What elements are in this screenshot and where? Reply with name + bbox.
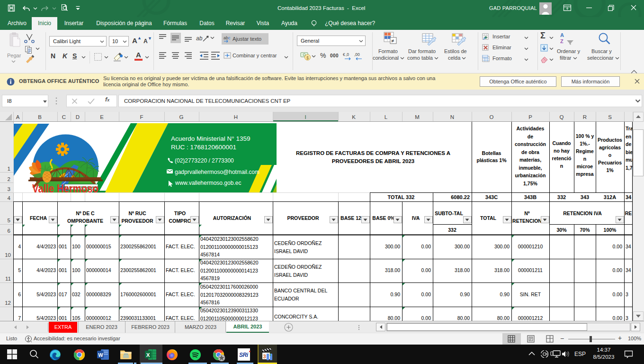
svg-text:IVA: IVA	[412, 215, 420, 221]
svg-text:ISRAEL DAVID: ISRAEL DAVID	[274, 272, 308, 278]
svg-text:332: 332	[557, 194, 566, 200]
svg-text:001: 001	[59, 315, 67, 321]
svg-text:100: 100	[72, 244, 80, 249]
svg-text:H: H	[234, 114, 238, 120]
svg-text:001: 001	[59, 267, 67, 273]
svg-text:000001210: 000001210	[518, 244, 543, 249]
svg-text:343C: 343C	[485, 194, 498, 200]
svg-text:1%: 1%	[606, 167, 614, 173]
svg-text:urbanización: urbanización	[515, 173, 546, 178]
svg-text:300.00: 300.00	[385, 244, 400, 249]
svg-text:34: 34	[626, 244, 631, 249]
svg-text:Actividades: Actividades	[517, 126, 545, 131]
svg-text:050420230117600026000: 050420230117600026000	[200, 284, 258, 290]
svg-text:000008329: 000008329	[86, 291, 111, 297]
svg-text:105: 105	[72, 315, 80, 321]
svg-text:SIN. RET: SIN. RET	[520, 291, 541, 297]
svg-text:SUBTO-TAL: SUBTO-TAL	[435, 210, 463, 216]
svg-text:4567816: 4567816	[200, 300, 220, 305]
svg-text:318.00: 318.00	[494, 267, 510, 273]
svg-text:6080.22: 6080.22	[451, 194, 470, 200]
svg-text:FECHA: FECHA	[30, 215, 47, 221]
svg-text:FACT. ELEC.: FACT. ELEC.	[166, 244, 195, 249]
svg-text:6: 6	[18, 291, 21, 297]
svg-text:O: O	[490, 114, 494, 120]
svg-text:34: 34	[626, 194, 632, 200]
svg-text:BANCO CENTRAL DEL: BANCO CENTRAL DEL	[274, 288, 327, 293]
svg-text:www.vallehermoso.gob.ec: www.vallehermoso.gob.ec	[175, 180, 241, 186]
svg-text:ab: ab	[196, 35, 203, 42]
svg-text:K: K	[352, 114, 356, 120]
svg-text:312A: 312A	[604, 194, 616, 200]
svg-text:ECUADOR: ECUADOR	[274, 296, 299, 301]
svg-text:012017032000008329123: 012017032000008329123	[200, 292, 259, 298]
svg-text:en: en	[626, 134, 631, 139]
svg-text:(02)2773220 / 2773300: (02)2773220 / 2773300	[175, 157, 234, 164]
svg-text:4567814: 4567814	[200, 252, 220, 257]
svg-text:,00: ,00	[354, 52, 360, 57]
svg-text:12: 12	[5, 300, 11, 306]
svg-text:0.90: 0.90	[460, 291, 470, 297]
svg-text:c: c	[228, 36, 231, 40]
svg-text:80.00: 80.00	[497, 315, 510, 321]
svg-text:N: N	[450, 114, 454, 120]
svg-text:0.90: 0.90	[500, 291, 510, 297]
svg-text:3: 3	[8, 186, 10, 192]
svg-text:I: I	[304, 114, 306, 120]
svg-text:TOTAL 332: TOTAL 332	[388, 194, 415, 200]
svg-text:Pecuarios: Pecuarios	[598, 160, 622, 165]
svg-text:1760002600001: 1760002600001	[120, 291, 156, 297]
svg-text:A: A	[16, 114, 20, 120]
svg-text:000000014: 000000014	[86, 267, 111, 273]
svg-text:RUC : 1768120600001: RUC : 1768120600001	[171, 144, 236, 151]
svg-text:X: X	[146, 352, 150, 358]
svg-text:3: 3	[626, 291, 628, 297]
svg-text:REGISTRO DE FACTURAS DE COMPRA: REGISTRO DE FACTURAS DE COMPRA Y RETENCI…	[296, 150, 450, 156]
svg-text:1,75%: 1,75%	[523, 181, 537, 186]
svg-text:CEDEÑO ORDOÑEZ: CEDEÑO ORDOÑEZ	[274, 264, 322, 270]
svg-text:1: 1	[269, 353, 272, 357]
svg-text:AUTORIZACIÓN: AUTORIZACIÓN	[213, 215, 251, 221]
svg-text:5: 5	[8, 218, 10, 223]
svg-text:RETENCION IVA: RETENCION IVA	[563, 210, 602, 216]
svg-text:PROVEEDOR: PROVEEDOR	[121, 218, 153, 224]
svg-text:6: 6	[8, 228, 10, 234]
svg-text:4/4/2023: 4/4/2023	[36, 267, 56, 273]
svg-text:de: de	[528, 134, 533, 139]
svg-text:0.00: 0.00	[613, 291, 623, 297]
svg-text:mu: mu	[626, 157, 633, 163]
svg-text:materias,: materias,	[519, 157, 541, 163]
svg-text:de obra: de obra	[521, 149, 539, 155]
svg-text:D: D	[76, 114, 80, 120]
svg-text:ab: ab	[224, 36, 228, 40]
svg-text:FACT. ELEC.: FACT. ELEC.	[166, 315, 195, 321]
svg-text:M: M	[415, 114, 420, 120]
svg-text:1: 1	[8, 166, 10, 172]
svg-text:E: E	[100, 114, 104, 120]
svg-text:2300255862001: 2300255862001	[120, 267, 156, 273]
svg-text:032: 032	[72, 291, 80, 297]
svg-text:5/4/2023: 5/4/2023	[36, 291, 56, 297]
svg-text:000001211: 000001211	[518, 267, 543, 273]
svg-text:Productos: Productos	[598, 137, 622, 143]
svg-text:agrícolas: agrícolas	[599, 145, 621, 150]
svg-text:001: 001	[59, 244, 67, 249]
svg-text:BASE 0%: BASE 0%	[372, 215, 395, 221]
svg-text:2: 2	[8, 176, 10, 182]
svg-text:4567819: 4567819	[200, 275, 220, 281]
svg-text:017: 017	[59, 291, 67, 297]
svg-text:000000012: 000000012	[86, 315, 111, 321]
svg-text:L: L	[385, 114, 388, 120]
svg-text:100: 100	[72, 267, 80, 273]
svg-text:OMPROBANTE: OMPROBANTE	[67, 218, 103, 224]
svg-text:4/4/2023: 4/4/2023	[36, 244, 56, 249]
svg-text:TOTAL: TOTAL	[480, 215, 497, 221]
svg-text:10: 10	[5, 252, 11, 258]
svg-text:050420230123900311330: 050420230123900311330	[200, 308, 258, 313]
svg-text:0.00: 0.00	[421, 244, 431, 249]
svg-text:Acuerdo Ministerial N° 1359: Acuerdo Ministerial N° 1359	[171, 135, 250, 142]
svg-text:F: F	[140, 114, 143, 120]
svg-text:4: 4	[18, 244, 21, 249]
svg-text:Cuando: Cuando	[552, 140, 571, 146]
svg-text:RETENCION: RETENCION	[512, 218, 542, 224]
